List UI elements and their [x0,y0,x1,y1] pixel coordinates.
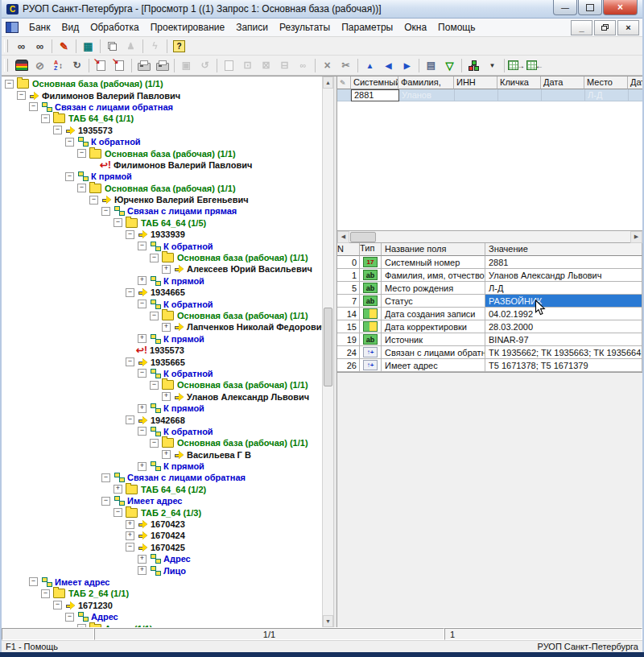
tree-expander[interactable]: − [126,288,134,297]
tree-expander[interactable]: − [101,497,110,506]
tree-row[interactable]: −Основная база (рабочая) (1/1) [2,183,322,194]
field-name[interactable]: Системный номер [382,256,485,269]
field-value[interactable]: 28.03.2000 [485,320,642,333]
tree-expander[interactable]: − [150,381,159,390]
tree-expander[interactable]: + [138,404,147,413]
child-window-icon[interactable] [6,22,19,33]
field-name[interactable]: Статус [382,295,485,308]
undo-button[interactable]: ↺ [196,57,214,74]
table-export-button[interactable]: → [507,57,526,74]
scroll-up-arrow[interactable]: ▲ [323,76,333,89]
menu-item-parametry[interactable]: Параметры [336,20,398,35]
column-header[interactable]: Фамилия, [398,76,454,89]
field-name[interactable]: Фамилия, имя, отчество [382,269,485,282]
record-row[interactable]: 2881УлановЛ-Д [337,89,642,101]
tree-expander[interactable]: − [101,473,110,482]
tree-expander[interactable]: − [126,415,134,424]
field-name[interactable]: Связан с лицами обратная [382,346,485,359]
tree-row[interactable]: −Имеет адрес [2,576,322,588]
nav-first-button[interactable]: ▲ [361,57,379,74]
menu-item-obrabotka[interactable]: Обработка [85,20,145,35]
report-design-button[interactable]: ✎ [55,38,73,55]
tree-row[interactable]: −Основная база (рабочая) (1/1) [2,252,322,263]
tree-expander[interactable]: − [114,508,122,517]
tree-row[interactable]: +К прямой [2,403,322,414]
tree-row[interactable]: +Алексеев Юрий Васильевич [2,263,322,275]
field-value[interactable]: BINAR-97 [485,333,642,346]
save-button[interactable]: ▣ [177,57,196,74]
tree-row[interactable]: −ТАБ 2_64 (1/1) [2,588,322,599]
tree-expander[interactable]: + [138,566,147,575]
tree-row[interactable]: −Основная база (рабочая) (1/1) [2,437,322,448]
tree-row[interactable]: −1934665 [2,287,322,298]
column-header[interactable]: Системный [351,76,398,89]
tree-row[interactable]: −ТАБ 64_64 (1/5) [2,217,322,229]
tree-expander[interactable]: − [138,242,147,250]
tree-row[interactable]: ↩!1935573 [2,345,322,356]
find-button[interactable]: ∞ [12,38,31,55]
scroll-down-arrow[interactable]: ▼ [323,615,333,627]
tree-row[interactable]: −1933939 [2,229,322,240]
mdi-restore-button[interactable] [594,20,616,35]
paste-button[interactable]: ♟ [122,38,140,55]
tree-row[interactable]: +1670424 [2,530,322,541]
close-button[interactable]: × [603,0,638,15]
tree-expander[interactable]: − [29,577,38,586]
tree-row[interactable]: −К обратной [2,298,322,309]
tree-row[interactable]: −Связан с лицами обратная [2,101,322,113]
tree-view-button[interactable] [464,57,483,74]
tree-expander[interactable]: + [162,392,171,401]
tree-row[interactable]: ↩!Филимонов Валерий Павлович [2,159,322,171]
scroll-right-arrow[interactable]: ▶ [630,231,642,243]
mdi-close-button[interactable]: × [617,20,639,35]
tree-row[interactable]: +ТАБ 64_64 (1/2) [2,484,322,495]
nav-next-button[interactable]: ▶ [398,57,416,74]
new-record-button[interactable] [220,57,238,74]
tree-expander[interactable]: − [77,184,86,192]
maximize-button[interactable] [578,0,602,15]
mdi-minimize-button[interactable]: _ [571,20,592,35]
tree-expander[interactable]: + [126,520,134,529]
tree-row[interactable]: +Лапченков Николай Федорович [2,321,322,333]
scroll-thumb[interactable] [350,232,376,242]
tree-expander[interactable]: − [138,300,147,308]
tree-expander[interactable]: − [65,138,74,147]
field-row[interactable]: 15Дата корректировки28.03.2000 [337,320,642,333]
tree-expander[interactable]: + [138,334,147,343]
field-value[interactable]: Уланов Александр Львович [485,269,642,282]
tree-expander[interactable]: + [162,323,171,332]
field-row[interactable]: 26↑+Имеет адресТ5 1671378; Т5 1671379 [337,359,642,372]
tree-expander[interactable]: − [65,172,74,181]
column-header[interactable]: Дата [541,76,584,89]
tree-expander[interactable]: + [138,276,147,285]
record-marker-header[interactable]: ✎ [337,76,351,89]
tree-expander[interactable]: − [150,439,159,448]
tree-row[interactable]: −Основная база (рабочая) (1/1) [2,379,322,390]
tree-row[interactable]: −1935573 [2,125,322,136]
menu-item-pomosch[interactable]: Помощь [432,20,481,35]
tree-expander[interactable]: − [138,427,147,436]
tree-row[interactable]: −1670425 [2,542,322,553]
record-cell[interactable]: Л-Д [585,89,629,101]
find-record-button[interactable]: ⊡ [238,57,257,74]
load-main-button[interactable]: ↘ [92,57,110,74]
field-row[interactable]: 1abФамилия, имя, отчествоУланов Александ… [337,269,642,282]
field-row[interactable]: 5abМесто рожденияЛ-Д [337,282,642,295]
tree-expander[interactable]: + [114,485,122,494]
field-value[interactable]: 04.02.1992 [485,308,642,320]
tree-expander[interactable]: − [114,218,122,227]
menu-item-vid[interactable]: Вид [56,20,85,35]
menu-item-zapisi[interactable]: Записи [230,20,274,35]
field-value[interactable]: 2881 [485,256,642,269]
field-name[interactable]: Дата корректировки [382,320,485,333]
field-value[interactable]: РАЗБОЙНИК [485,295,642,308]
field-row[interactable]: 7abСтатусРАЗБОЙНИК [337,295,642,308]
tree-expander[interactable]: − [126,357,134,366]
tree-expander[interactable]: − [138,369,147,378]
menu-item-okna[interactable]: Окна [398,20,432,35]
tree-row[interactable]: −Адрес [2,611,322,622]
tree-row[interactable]: −К обратной [2,136,322,147]
link-button[interactable]: ∞ [294,57,312,74]
menu-item-proektirovanie[interactable]: Проектирование [145,20,231,35]
tree-view-dd-button[interactable]: ▼ [483,57,502,74]
